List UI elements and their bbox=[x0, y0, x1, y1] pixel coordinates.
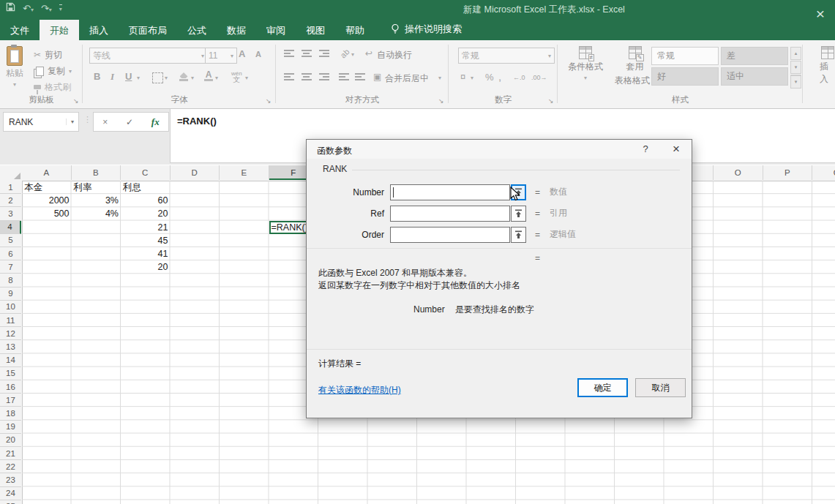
align-bottom-icon[interactable] bbox=[319, 50, 329, 57]
row-header-5[interactable]: 5 bbox=[0, 234, 21, 247]
align-left-icon[interactable] bbox=[284, 73, 294, 80]
italic-button[interactable]: I bbox=[111, 71, 114, 83]
phonetic-button[interactable]: wén文 bbox=[231, 71, 242, 83]
cell-B3[interactable]: 4% bbox=[72, 207, 121, 220]
cell-style-好[interactable]: 好 bbox=[651, 67, 719, 86]
insert-cells-button[interactable]: 插入 bbox=[820, 46, 835, 86]
align-center-icon[interactable] bbox=[302, 73, 312, 80]
column-header-B[interactable]: B bbox=[72, 165, 121, 180]
cell-style-适中[interactable]: 适中 bbox=[721, 67, 788, 86]
font-color-button[interactable]: A bbox=[204, 71, 213, 81]
dialog-title-bar[interactable]: 函数参数 ? × bbox=[307, 140, 692, 159]
orientation-icon[interactable]: ab bbox=[339, 47, 351, 59]
align-right-icon[interactable] bbox=[319, 73, 329, 80]
tab-帮助[interactable]: 帮助 bbox=[335, 20, 375, 40]
increase-indent-icon[interactable] bbox=[355, 73, 365, 80]
column-header-A[interactable]: A bbox=[22, 165, 72, 180]
orientation-dropdown-icon[interactable]: ▾ bbox=[351, 51, 354, 58]
gallery-scroll-down-button[interactable]: ▾ bbox=[790, 61, 801, 74]
argument-input-order[interactable] bbox=[390, 227, 510, 243]
column-header-D[interactable]: D bbox=[171, 165, 220, 180]
insert-function-button[interactable]: fx bbox=[151, 116, 160, 128]
underline-dropdown-icon[interactable]: ▾ bbox=[137, 75, 140, 81]
select-all-button[interactable] bbox=[0, 165, 23, 181]
shrink-font-button[interactable]: A bbox=[255, 50, 261, 59]
align-top-icon[interactable] bbox=[284, 50, 294, 57]
tab-数据[interactable]: 数据 bbox=[217, 20, 256, 40]
row-header-14[interactable]: 14 bbox=[0, 354, 21, 367]
copy-dropdown-icon[interactable]: ▾ bbox=[69, 68, 72, 75]
cell-A1[interactable]: 本金 bbox=[22, 181, 72, 194]
number-format-combo[interactable]: 常规▾ bbox=[458, 48, 555, 64]
redo-dropdown-icon[interactable]: ▾ bbox=[49, 7, 52, 13]
window-close-button[interactable]: × bbox=[816, 6, 825, 21]
row-header-10[interactable]: 10 bbox=[0, 301, 21, 314]
font-name-combo[interactable]: 等线▾ bbox=[89, 48, 208, 64]
borders-dropdown-icon[interactable]: ▾ bbox=[165, 75, 168, 81]
accounting-dropdown-icon[interactable]: ▾ bbox=[471, 75, 473, 81]
customize-qat-button[interactable]: ▾ bbox=[59, 4, 62, 12]
font-color-dropdown-icon[interactable]: ▾ bbox=[215, 75, 218, 81]
tell-me-search[interactable]: 操作说明搜索 bbox=[391, 23, 462, 40]
format-as-table-button[interactable]: ✎ 套用 表格格式▾ bbox=[615, 46, 655, 87]
paste-button[interactable]: 粘贴 ▾ bbox=[6, 46, 23, 88]
increase-decimal-icon[interactable]: ←.0 bbox=[513, 74, 525, 81]
tab-视图[interactable]: 视图 bbox=[296, 20, 335, 40]
row-header-3[interactable]: 3 bbox=[0, 207, 21, 220]
function-help-link[interactable]: 有关该函数的帮助(H) bbox=[318, 384, 401, 396]
decrease-indent-icon[interactable] bbox=[339, 73, 349, 80]
row-header-22[interactable]: 22 bbox=[0, 460, 21, 473]
decrease-decimal-icon[interactable]: .00→ bbox=[531, 74, 547, 81]
underline-button[interactable]: U bbox=[125, 71, 132, 82]
merge-center-button[interactable]: 合并后居中 bbox=[385, 72, 429, 85]
grow-font-button[interactable]: A bbox=[239, 48, 245, 59]
phonetic-dropdown-icon[interactable]: ▾ bbox=[245, 75, 248, 81]
row-header-4[interactable]: 4 bbox=[0, 221, 21, 234]
alignment-dialog-launcher-icon[interactable]: ↘ bbox=[438, 97, 444, 105]
row-header-25[interactable]: 25 bbox=[0, 500, 21, 504]
cell-B2[interactable]: 3% bbox=[72, 194, 121, 207]
row-header-17[interactable]: 17 bbox=[0, 394, 21, 407]
row-header-8[interactable]: 8 bbox=[0, 274, 21, 287]
cell-B1[interactable]: 利率 bbox=[72, 181, 121, 194]
wrap-text-button[interactable]: 自动换行 bbox=[377, 49, 412, 61]
argument-input-number[interactable] bbox=[390, 184, 510, 200]
font-dialog-launcher-icon[interactable]: ↘ bbox=[266, 97, 272, 105]
bold-button[interactable]: B bbox=[94, 71, 100, 82]
cut-button[interactable]: ✂ 剪切 bbox=[34, 48, 62, 62]
tab-公式[interactable]: 公式 bbox=[177, 20, 217, 40]
dialog-close-button[interactable]: × bbox=[667, 142, 686, 157]
copy-button[interactable]: 复制 ▾ bbox=[34, 64, 72, 78]
row-header-11[interactable]: 11 bbox=[0, 314, 21, 327]
cell-C1[interactable]: 利息 bbox=[121, 181, 171, 194]
row-header-12[interactable]: 12 bbox=[0, 327, 21, 340]
tab-开始[interactable]: 开始 bbox=[40, 20, 79, 40]
ok-button[interactable]: 确定 bbox=[577, 378, 628, 397]
clipboard-dialog-launcher-icon[interactable]: ↘ bbox=[73, 97, 79, 105]
row-header-2[interactable]: 2 bbox=[0, 194, 21, 207]
name-box-dropdown-icon[interactable]: ▾ bbox=[66, 119, 78, 125]
row-header-15[interactable]: 15 bbox=[0, 367, 21, 380]
name-box[interactable]: RANK ▾ bbox=[3, 112, 79, 132]
fill-color-button[interactable] bbox=[179, 72, 188, 81]
tab-插入[interactable]: 插入 bbox=[79, 20, 119, 40]
row-header-6[interactable]: 6 bbox=[0, 247, 21, 260]
cell-C5[interactable]: 45 bbox=[121, 234, 171, 247]
cell-C3[interactable]: 20 bbox=[121, 207, 171, 220]
dialog-help-button[interactable]: ? bbox=[637, 143, 654, 154]
cancel-entry-button[interactable]: × bbox=[102, 117, 108, 127]
row-header-19[interactable]: 19 bbox=[0, 421, 21, 434]
cell-C7[interactable]: 20 bbox=[121, 260, 171, 274]
cancel-button[interactable]: 取消 bbox=[635, 378, 686, 397]
column-header-Q[interactable]: Q bbox=[812, 165, 835, 180]
tab-审阅[interactable]: 审阅 bbox=[256, 20, 296, 40]
row-header-13[interactable]: 13 bbox=[0, 340, 21, 353]
tab-文件[interactable]: 文件 bbox=[0, 20, 40, 40]
column-header-P[interactable]: P bbox=[763, 165, 813, 180]
row-header-21[interactable]: 21 bbox=[0, 447, 21, 460]
accounting-format-icon[interactable]: ¤ bbox=[460, 71, 465, 82]
row-header-1[interactable]: 1 bbox=[0, 181, 21, 194]
cell-A3[interactable]: 500 bbox=[22, 207, 72, 220]
number-dialog-launcher-icon[interactable]: ↘ bbox=[548, 97, 554, 105]
range-picker-button-ref[interactable] bbox=[511, 206, 526, 222]
